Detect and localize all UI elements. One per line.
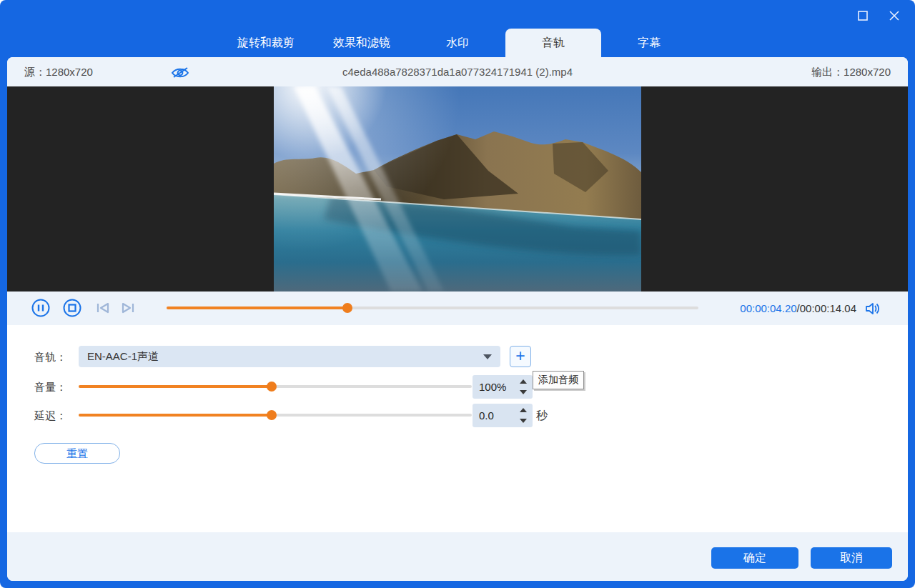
timeline-slider[interactable] [167,303,698,313]
volume-fill [79,385,272,388]
next-frame-icon [119,298,137,318]
video-preview-area [7,86,908,291]
tab-rotate-crop[interactable]: 旋转和裁剪 [218,29,314,57]
output-resolution: 输出：1280x720 [811,57,891,86]
cancel-button[interactable]: 取消 [811,547,892,569]
volume-spin-up-icon[interactable] [520,379,527,384]
pause-button[interactable] [31,298,51,318]
volume-spin-down-icon[interactable] [520,390,527,394]
maximize-icon [857,10,869,21]
delay-value: 0.0 [479,404,494,427]
tab-watermark[interactable]: 水印 [410,29,505,57]
delay-handle[interactable] [267,410,277,420]
previous-frame-icon [94,298,112,318]
add-audio-tooltip: 添加音频 [533,371,584,389]
delay-spinbox[interactable]: 0.0 [473,404,533,427]
audio-track-value: EN-AAC-1声道 [87,350,159,362]
previous-frame-button[interactable] [94,298,114,318]
video-preview-frame [274,86,641,291]
pause-icon [31,298,51,318]
playback-controls-bar: 00:00:04.20/00:00:14.04 [7,291,908,325]
chevron-down-icon [483,354,492,359]
audio-track-select[interactable]: EN-AAC-1声道 [79,346,500,367]
close-icon [888,9,901,22]
total-time: 00:00:14.04 [800,302,856,314]
delay-spin-up-icon[interactable] [520,408,527,412]
next-frame-button[interactable] [119,298,139,318]
file-name: c4eda488a7828371da1a077324171941 (2).mp4 [7,57,908,86]
volume-handle[interactable] [267,382,277,392]
timeline-handle[interactable] [342,303,352,313]
current-time: 00:00:04.20 [740,302,796,314]
tab-bar: 旋转和裁剪 效果和滤镜 水印 音轨 字幕 [0,29,915,57]
app-window: 旋转和裁剪 效果和滤镜 水印 音轨 字幕 源：1280x720 c4eda488… [0,0,915,588]
add-audio-button[interactable]: + [510,346,531,367]
reset-button[interactable]: 重置 [34,443,120,464]
timeline-progress [167,307,347,309]
volume-slider[interactable] [79,382,472,392]
audio-settings-panel: 音轨： EN-AAC-1声道 + 音量： 100% 添加音频 延迟： [7,325,908,532]
volume-spin-arrows [519,378,528,396]
delay-label: 延迟： [34,409,66,423]
volume-spinbox[interactable]: 100% [473,375,533,399]
delay-unit: 秒 [536,404,548,427]
tab-audio-track[interactable]: 音轨 [505,29,601,57]
delay-spin-down-icon[interactable] [520,419,527,423]
time-display: 00:00:04.20/00:00:14.04 [740,291,856,325]
close-button[interactable] [886,8,902,24]
tab-subtitles[interactable]: 字幕 [601,29,697,57]
maximize-button[interactable] [855,8,871,24]
tab-effects-filters[interactable]: 效果和滤镜 [314,29,410,57]
volume-mute-button[interactable] [864,300,881,317]
speaker-icon [864,300,881,317]
media-info-bar: 源：1280x720 c4eda488a7828371da1a077324171… [7,57,908,86]
stop-button[interactable] [62,298,82,318]
delay-slider[interactable] [79,410,472,420]
track-label: 音轨： [34,351,66,364]
dialog-content: 源：1280x720 c4eda488a7828371da1a077324171… [7,57,908,581]
video-still-lake-mountains [274,86,641,291]
volume-value: 100% [479,375,506,399]
delay-fill [79,414,272,417]
titlebar: 旋转和裁剪 效果和滤镜 水印 音轨 字幕 [0,0,915,57]
footer-bar: 确定 取消 [7,532,908,581]
ok-button[interactable]: 确定 [711,547,798,569]
stop-icon [62,298,82,318]
volume-label: 音量： [34,381,66,394]
delay-spin-arrows [519,407,528,424]
